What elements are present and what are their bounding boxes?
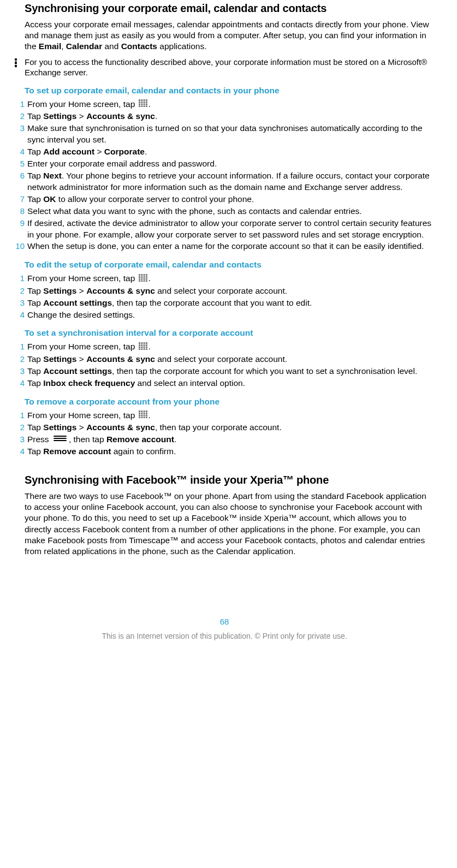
subhead-remove: To remove a corporate account from your …: [25, 397, 435, 407]
step-row: 2Tap Settings > Accounts & sync.: [14, 111, 435, 122]
step-number: 4: [14, 446, 27, 457]
step-row: 3Tap Account settings, then tap the corp…: [14, 298, 435, 309]
note-row: For you to access the functionality desc…: [14, 57, 435, 78]
svg-rect-21: [143, 274, 145, 276]
svg-rect-52: [141, 411, 143, 412]
svg-rect-54: [145, 411, 147, 412]
steps-setup: 1From your Home screen, tap .2Tap Settin…: [14, 99, 435, 252]
svg-rect-7: [139, 102, 140, 103]
svg-rect-11: [139, 104, 140, 105]
step-number: 3: [14, 123, 27, 134]
svg-rect-61: [143, 415, 145, 417]
footer-note: This is an Internet version of this publ…: [14, 632, 435, 648]
step-number: 3: [14, 366, 27, 377]
step-number: 10: [14, 241, 27, 252]
svg-rect-3: [139, 99, 140, 101]
apps-grid-icon: [139, 342, 147, 353]
svg-rect-55: [139, 413, 140, 414]
step-text: Select what data you want to sync with t…: [27, 206, 435, 217]
step-text: From your Home screen, tap .: [27, 410, 435, 421]
svg-rect-49: [143, 348, 145, 350]
svg-rect-10: [145, 102, 147, 103]
svg-rect-30: [145, 278, 147, 280]
svg-point-0: [15, 58, 17, 61]
step-number: 2: [14, 111, 27, 122]
step-row: 8Select what data you want to sync with …: [14, 206, 435, 217]
step-text: From your Home screen, tap .: [27, 99, 435, 110]
svg-rect-48: [141, 348, 143, 350]
step-row: 2Tap Settings > Accounts & sync, then ta…: [14, 422, 435, 433]
svg-rect-25: [143, 276, 145, 278]
step-text: Tap Next. Your phone begins to retrieve …: [27, 170, 435, 193]
step-number: 1: [14, 341, 27, 352]
step-number: 2: [14, 354, 27, 365]
step-text: Tap Account settings, then tap the corpo…: [27, 298, 435, 309]
svg-rect-9: [143, 102, 145, 103]
subhead-interval: To set a synchronisation interval for a …: [25, 328, 435, 338]
step-row: 10When the setup is done, you can enter …: [14, 241, 435, 252]
svg-rect-64: [141, 417, 143, 418]
step-text: From your Home screen, tap .: [27, 341, 435, 353]
apps-grid-icon: [139, 274, 147, 285]
svg-rect-1: [15, 62, 17, 64]
step-text: Press , then tap Remove account.: [27, 434, 435, 445]
svg-rect-60: [141, 415, 143, 417]
page-number: 68: [14, 617, 435, 626]
svg-point-2: [15, 65, 17, 67]
svg-rect-34: [145, 280, 147, 282]
svg-rect-66: [145, 417, 147, 418]
svg-rect-5: [143, 99, 145, 101]
step-row: 1From your Home screen, tap .: [14, 341, 435, 353]
step-number: 4: [14, 310, 27, 320]
svg-rect-35: [139, 342, 140, 344]
step-row: 3Press , then tap Remove account.: [14, 434, 435, 445]
svg-rect-26: [145, 276, 147, 278]
svg-rect-32: [141, 280, 143, 282]
heading-2: Synchronising with Facebook™ inside your…: [25, 474, 435, 486]
svg-rect-15: [139, 106, 140, 108]
step-row: 3Tap Account settings, then tap the corp…: [14, 366, 435, 377]
step-number: 5: [14, 158, 27, 169]
subhead-setup: To set up corporate email, calendar and …: [25, 86, 435, 96]
step-text: Tap Add account > Corporate.: [27, 146, 435, 158]
step-text: Tap Account settings, then tap the corpo…: [27, 366, 435, 377]
svg-rect-50: [145, 348, 147, 350]
note-text: For you to access the functionality desc…: [25, 57, 435, 78]
step-row: 6Tap Next. Your phone begins to retrieve…: [14, 170, 435, 193]
step-number: 1: [14, 273, 27, 284]
step-text: When the setup is done, you can enter a …: [27, 241, 435, 252]
step-row: 3Make sure that synchronisation is turne…: [14, 123, 435, 146]
svg-rect-46: [145, 347, 147, 348]
menu-icon: [52, 434, 68, 445]
step-text: Tap Inbox check frequency and select an …: [27, 378, 435, 389]
step-number: 2: [14, 422, 27, 433]
svg-rect-31: [139, 280, 140, 282]
svg-rect-41: [143, 344, 145, 346]
svg-rect-16: [141, 106, 143, 108]
step-text: From your Home screen, tap .: [27, 273, 435, 284]
step-row: 4Tap Add account > Corporate.: [14, 146, 435, 158]
svg-rect-28: [141, 278, 143, 280]
svg-rect-63: [139, 417, 140, 418]
step-number: 8: [14, 206, 27, 217]
svg-rect-8: [141, 102, 143, 103]
steps-remove: 1From your Home screen, tap .2Tap Settin…: [14, 410, 435, 458]
svg-rect-14: [145, 104, 147, 105]
svg-rect-43: [139, 347, 140, 348]
heading-1: Synchronising your corporate email, cale…: [25, 2, 435, 15]
step-row: 5Enter your corporate email address and …: [14, 158, 435, 170]
svg-rect-36: [141, 342, 143, 344]
step-number: 4: [14, 146, 27, 157]
steps-interval: 1From your Home screen, tap .2Tap Settin…: [14, 341, 435, 389]
svg-rect-24: [141, 276, 143, 278]
svg-rect-56: [141, 413, 143, 414]
svg-rect-19: [139, 274, 140, 276]
svg-rect-39: [139, 344, 140, 346]
step-row: 7Tap OK to allow your corporate server t…: [14, 194, 435, 205]
step-number: 2: [14, 286, 27, 296]
svg-rect-51: [139, 411, 140, 412]
svg-rect-65: [143, 417, 145, 418]
step-row: 9If desired, activate the device adminis…: [14, 218, 435, 241]
step-text: Enter your corporate email address and p…: [27, 158, 435, 170]
step-text: Tap Remove account again to confirm.: [27, 446, 435, 457]
